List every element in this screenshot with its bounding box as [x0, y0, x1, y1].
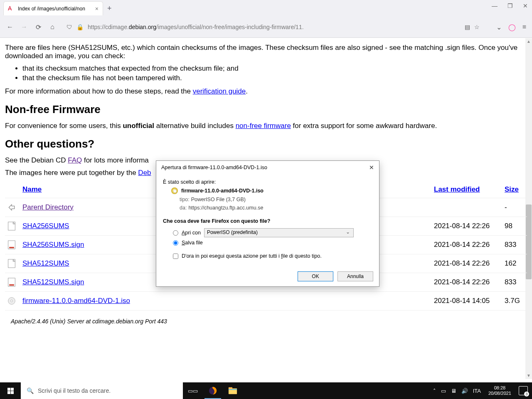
debian-cd-team-link[interactable]: Deb — [138, 169, 151, 177]
svg-point-7 — [11, 300, 13, 302]
minimize-button[interactable]: — — [492, 2, 498, 9]
url-bar[interactable]: 🛡 🔒 https://cdimage.debian.org/images/un… — [62, 20, 484, 34]
dialog-question: Che cosa deve fare Firefox con questo fi… — [163, 218, 372, 224]
nonfree-firmware-link[interactable]: non-free firmware — [236, 122, 291, 130]
always-action-checkbox[interactable] — [173, 254, 178, 259]
file-size: 833 — [502, 236, 527, 254]
battery-icon[interactable]: ▭ — [441, 388, 446, 394]
server-signature: Apache/2.4.46 (Unix) Server at cdimage.d… — [11, 318, 527, 325]
file-icon — [7, 221, 16, 231]
language-indicator[interactable]: ITA — [473, 388, 481, 394]
tab-close-icon[interactable]: × — [95, 5, 99, 12]
nonfree-text: For convenience for some users, this uno… — [5, 122, 527, 130]
file-type: PowerISO File (3,7 GB) — [191, 197, 246, 202]
file-icon — [7, 259, 16, 268]
explorer-taskbar-icon[interactable] — [223, 382, 243, 399]
faq-link[interactable]: FAQ — [68, 156, 82, 164]
home-button[interactable]: ⌂ — [48, 23, 57, 31]
sig-file-icon — [7, 240, 16, 250]
file-link[interactable]: SHA256SUMS.sign — [22, 241, 84, 249]
col-size[interactable]: Size — [505, 185, 519, 193]
disc-file-icon — [7, 296, 16, 306]
taskbar: 🔍 Scrivi qui il testo da cercare. ▭▭ ˄ ▭… — [0, 382, 532, 399]
app-menu-icon[interactable]: ≡ — [522, 23, 526, 31]
reader-mode-icon[interactable]: ▤ — [465, 24, 470, 30]
start-button[interactable] — [0, 382, 21, 399]
sig-file-icon — [7, 277, 16, 287]
ok-button[interactable]: OK — [298, 271, 333, 281]
tab-title: Index of /images/unofficial/non — [18, 6, 92, 12]
open-with-label[interactable]: Apri con — [182, 230, 201, 236]
file-link[interactable]: SHA512SUMS.sign — [22, 278, 84, 286]
lock-icon: 🔒 — [76, 24, 84, 30]
file-lastmod: 2021-08-14 14:05 — [431, 292, 502, 310]
disc-icon — [171, 187, 178, 194]
table-row: firmware-11.0.0-amd64-DVD-1.iso2021-08-1… — [5, 292, 527, 310]
col-name[interactable]: Name — [22, 185, 42, 193]
file-size: 98 — [502, 217, 527, 236]
dialog-filename: firmware-11.0.0-amd64-DVD-1.iso — [171, 187, 372, 194]
dialog-title: Apertura di firmware-11.0.0-amd64-DVD-1.… — [161, 165, 267, 170]
back-button[interactable]: ← — [6, 23, 14, 31]
parent-dir-icon — [7, 202, 16, 212]
task-view-icon[interactable]: ▭▭ — [183, 382, 203, 399]
clock[interactable]: 08:28 20/08/2021 — [486, 385, 514, 396]
file-link[interactable]: SHA256SUMS — [22, 222, 69, 230]
check-list: that its checksum matches that expected … — [22, 64, 527, 82]
taskbar-search[interactable]: 🔍 Scrivi qui il testo da cercare. — [21, 382, 183, 399]
file-link[interactable]: SHA512SUMS — [22, 259, 69, 267]
maximize-button[interactable]: ❐ — [507, 2, 513, 9]
file-lastmod: 2021-08-14 22:26 — [431, 273, 502, 292]
dialog-close-icon[interactable]: ✕ — [369, 164, 374, 171]
search-placeholder: Scrivi qui il testo da cercare. — [38, 387, 111, 394]
nonfree-heading: Non-free Firmware — [5, 103, 527, 116]
file-lastmod: 2021-08-14 22:26 — [431, 254, 502, 273]
search-icon: 🔍 — [27, 387, 34, 394]
url-text: https://cdimage.debian.org/images/unoffi… — [88, 24, 304, 30]
file-size: 833 — [502, 273, 527, 292]
svg-rect-2 — [9, 247, 14, 248]
file-lastmod — [431, 198, 502, 217]
tray-chevron-icon[interactable]: ˄ — [433, 388, 436, 394]
new-tab-button[interactable]: + — [107, 4, 112, 13]
verification-guide-link[interactable]: verification guide — [193, 87, 246, 95]
reload-button[interactable]: ⟳ — [34, 23, 42, 31]
notifications-icon[interactable] — [519, 386, 528, 395]
file-size: 162 — [502, 254, 527, 273]
forward-button[interactable]: → — [20, 23, 28, 31]
file-lastmod: 2021-08-14 22:26 — [431, 217, 502, 236]
volume-icon[interactable]: 🔊 — [461, 388, 468, 394]
otherq-heading: Other questions? — [5, 138, 527, 150]
dialog-chosen-text: È stato scelto di aprire: — [163, 179, 372, 185]
extension-icon[interactable]: ◯ — [508, 23, 516, 31]
browser-tab[interactable]: A Index of /images/unofficial/non × — [3, 1, 103, 15]
site-favicon: A — [8, 5, 15, 12]
col-lastmod[interactable]: Last modified — [434, 185, 480, 193]
intro-text: There are files here (SHA512SUMS, etc.) … — [5, 44, 527, 60]
file-link[interactable]: Parent Directory — [22, 203, 74, 211]
shield-icon: 🛡 — [66, 24, 72, 30]
firefox-taskbar-icon[interactable] — [203, 382, 223, 399]
open-with-app-select[interactable]: PowerISO (predefinita) — [204, 228, 354, 237]
file-size: 3.7G — [502, 292, 527, 310]
list-item: that the checksum file has not been tamp… — [22, 74, 527, 82]
download-dialog: Apertura di firmware-11.0.0-amd64-DVD-1.… — [156, 160, 379, 287]
svg-rect-11 — [229, 389, 237, 390]
bookmark-star-icon[interactable]: ☆ — [474, 24, 480, 30]
cancel-button[interactable]: Annulla — [337, 271, 373, 281]
svg-rect-10 — [229, 387, 232, 389]
file-lastmod: 2021-08-14 22:26 — [431, 236, 502, 254]
file-source: https://chuangtzu.ftp.acc.umu.se — [188, 205, 263, 211]
list-item: that its checksum matches that expected … — [22, 64, 527, 73]
save-file-radio[interactable] — [173, 240, 178, 246]
verify-line: For more information about how to do the… — [5, 87, 527, 96]
network-icon[interactable]: 🖥 — [451, 388, 456, 394]
close-window-button[interactable]: ✕ — [523, 2, 528, 9]
always-action-label[interactable]: D'ora in poi esegui questa azione per tu… — [182, 253, 322, 259]
pocket-icon[interactable]: ⌄ — [496, 23, 502, 31]
open-with-radio[interactable] — [173, 230, 178, 236]
file-link[interactable]: firmware-11.0.0-amd64-DVD-1.iso — [22, 297, 130, 305]
file-size: - — [502, 198, 527, 217]
save-file-label[interactable]: Salva file — [182, 240, 203, 246]
svg-rect-5 — [9, 284, 14, 286]
